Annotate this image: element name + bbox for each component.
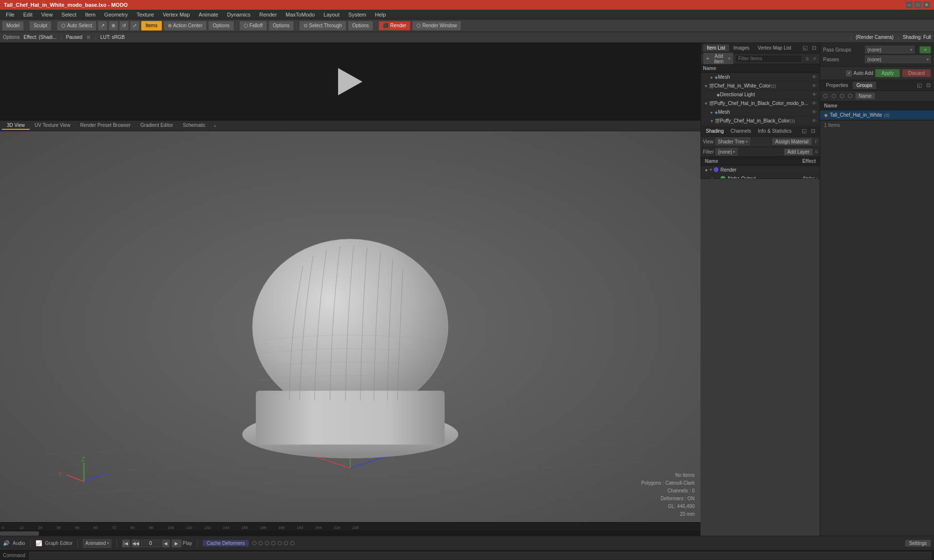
action-center-button[interactable]: ⊛ Action Center	[163, 21, 207, 31]
shading-collapse-icon[interactable]: ◱	[800, 128, 808, 134]
tab-groups[interactable]: Groups	[853, 82, 877, 89]
render-button[interactable]: ⬛ Render	[378, 21, 411, 31]
maximize-button[interactable]: □	[915, 1, 921, 8]
visibility-icon[interactable]: ●	[705, 167, 708, 173]
shader-tree[interactable]: ● ▾ Render ● Alpha Output Alpha ▾	[701, 166, 820, 179]
tree-item[interactable]: ◈ Directional Light 👁	[701, 90, 820, 99]
s-label[interactable]: S	[815, 149, 818, 154]
playback-icon-5[interactable]: ⬡	[277, 540, 282, 546]
visibility-eye-icon[interactable]: 👁	[812, 101, 817, 106]
tab-gradient-editor[interactable]: Gradient Editor	[136, 122, 178, 130]
shader-item-render[interactable]: ● ▾ Render	[701, 166, 820, 175]
playback-icon-2[interactable]: ⬡	[258, 540, 263, 546]
tree-item[interactable]: ▾ 🎬 Puffy_Chef_Hat_in_Black_Color_modo_b…	[701, 99, 820, 108]
auto-add-checkbox[interactable]: ✓ Auto Add	[846, 70, 873, 76]
tab-render-preset[interactable]: Render Preset Browser	[75, 122, 136, 130]
filter-items-input[interactable]	[736, 55, 802, 63]
assign-material-button[interactable]: Assign Material	[772, 138, 812, 145]
audio-label[interactable]: Audio	[13, 541, 25, 546]
render-window-button[interactable]: ⬡ Render Window	[412, 21, 461, 31]
menu-vertexmap[interactable]: Vertex Map	[159, 11, 194, 18]
play-label[interactable]: Play	[183, 541, 192, 546]
prev-frame-button[interactable]: ◀◀	[131, 539, 140, 548]
model-button[interactable]: Model	[2, 21, 24, 31]
discard-button[interactable]: Discard	[902, 69, 931, 77]
visibility-eye-icon[interactable]: 👁	[812, 109, 817, 115]
menu-animate[interactable]: Animate	[195, 11, 222, 18]
add-item-button[interactable]: + Add Item ▾	[703, 52, 734, 65]
play-reverse-button[interactable]: ◀	[162, 539, 170, 548]
pass-groups-dropdown[interactable]: (none) ▾	[865, 46, 915, 53]
timeline-scroll[interactable]	[0, 531, 700, 536]
tab-vertex-map-list[interactable]: Vertex Map List	[754, 44, 795, 52]
playback-icon-7[interactable]: ⬡	[290, 540, 295, 546]
graph-editor-label[interactable]: Graph Editor	[45, 541, 73, 546]
play-preview-button[interactable]	[336, 67, 365, 96]
group-icon-3[interactable]: ⬡	[839, 93, 845, 99]
audio-icon[interactable]: 🔊	[3, 540, 10, 546]
menu-select[interactable]: Select	[57, 11, 80, 18]
visibility-eye-icon[interactable]: 👁	[812, 118, 817, 123]
visibility-eye-icon[interactable]: 👁	[812, 83, 817, 88]
menu-texture[interactable]: Texture	[133, 11, 158, 18]
minimize-button[interactable]: ─	[906, 1, 913, 8]
playback-icon-1[interactable]: ⬡	[252, 540, 257, 546]
group-icon-1[interactable]: ⬡	[822, 93, 829, 99]
group-icon-2[interactable]: ⬡	[830, 93, 837, 99]
cache-deformers-button[interactable]: Cache Deformers	[202, 540, 249, 547]
collapse-icon[interactable]: ◱	[916, 82, 923, 88]
menu-file[interactable]: File	[2, 11, 18, 18]
menu-dynamics[interactable]: Dynamics	[223, 11, 254, 18]
shader-item-alpha-output[interactable]: ● Alpha Output Alpha ▾	[701, 175, 820, 179]
menu-render[interactable]: Render	[255, 11, 281, 18]
tab-3d-view[interactable]: 3D View	[2, 122, 30, 130]
tab-item-list[interactable]: Item List	[703, 44, 729, 52]
tab-info-stats[interactable]: Info & Statistics	[756, 128, 793, 134]
falloff-button[interactable]: ⬡ Falloff	[239, 21, 267, 31]
filter-dropdown[interactable]: (none) ▾	[716, 148, 737, 156]
sculpt-button[interactable]: Sculpt	[29, 21, 52, 31]
item-tree[interactable]: ▸ ◈ Mesh 👁 ▾ 🎬 Chef_Hat_in_White_Color (…	[701, 73, 820, 126]
settings-button[interactable]: Settings	[905, 540, 931, 547]
tree-item[interactable]: ▸ ◈ Mesh 👁	[701, 108, 820, 117]
tree-item[interactable]: ▾ 🎬 Chef_Hat_in_White_Color (2) 👁	[701, 82, 820, 90]
options-button-2[interactable]: Options	[269, 21, 294, 31]
tab-channels[interactable]: Channels	[729, 128, 753, 134]
menu-view[interactable]: View	[37, 11, 57, 18]
playback-icon-3[interactable]: ⬡	[265, 540, 269, 546]
visibility-eye-icon[interactable]: 👁	[812, 92, 817, 97]
viewport-3d[interactable]: Perspective Default Ray GL: Off ⚙ ↺ 🔍 ⛶ …	[0, 131, 700, 522]
visibility-icon[interactable]: ●	[711, 176, 714, 179]
skip-start-button[interactable]: |◀	[122, 539, 130, 548]
close-button[interactable]: ✕	[923, 1, 930, 8]
graph-editor-icon[interactable]: 📈	[36, 540, 42, 546]
select-through-button[interactable]: ⊙ Select Through	[299, 21, 346, 31]
animated-dropdown[interactable]: Animated ▾	[83, 539, 111, 548]
menu-item[interactable]: Item	[81, 11, 99, 18]
auto-select-button[interactable]: ⬡ Auto Select	[57, 21, 96, 31]
menu-help[interactable]: Help	[371, 11, 390, 18]
passes-dropdown[interactable]: (none) ▾	[865, 55, 931, 63]
playback-icon-6[interactable]: ⬡	[284, 540, 288, 546]
command-input[interactable]	[29, 552, 931, 560]
detach-icon[interactable]: ⊡	[925, 82, 932, 88]
group-item-tall-chef-hat[interactable]: ◈ Tall_Chef_Hat_in_White (3)	[820, 110, 934, 120]
tab-properties[interactable]: Properties	[822, 82, 852, 89]
new-group-button[interactable]: Name	[855, 92, 875, 100]
menu-layout[interactable]: Layout	[320, 11, 343, 18]
transform-btn-1[interactable]: ↗	[98, 21, 108, 31]
tree-item[interactable]: ▾ 🎬 Puffy_Chef_Hat_in_Black_Color (2) 👁	[701, 117, 820, 125]
frame-input[interactable]	[141, 540, 161, 547]
play-button[interactable]: ▶	[171, 539, 182, 548]
transform-btn-4[interactable]: ⤢	[130, 21, 140, 31]
menu-system[interactable]: System	[344, 11, 370, 18]
new-pass-group-button[interactable]: +	[919, 46, 931, 53]
effect-dropdown-icon[interactable]: ▾	[816, 176, 818, 179]
tab-images[interactable]: Images	[730, 44, 754, 52]
options-button-3[interactable]: Options	[348, 21, 373, 31]
shading-detach-icon[interactable]: ⊡	[809, 128, 817, 134]
detach-icon[interactable]: ⊡	[810, 45, 818, 51]
expand-icon[interactable]: ▾	[710, 167, 712, 172]
menu-maxtomodo[interactable]: MaxToModo	[282, 11, 319, 18]
timeline-scroll-thumb[interactable]	[0, 531, 39, 536]
